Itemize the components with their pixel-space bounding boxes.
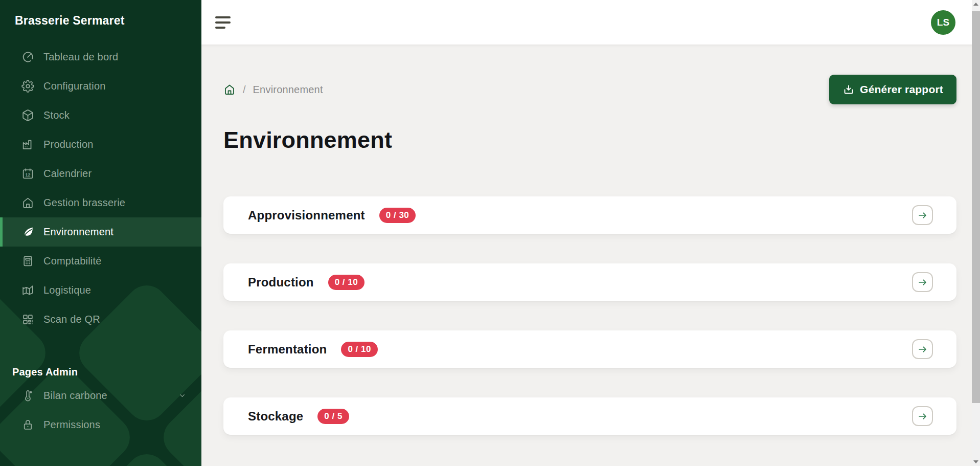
sidebar-item-calendrier[interactable]: 12 Calendrier — [0, 159, 201, 188]
arrow-right-icon — [917, 210, 928, 221]
sidebar-item-tableau-de-bord[interactable]: Tableau de bord — [0, 42, 201, 72]
arrow-right-icon — [917, 411, 928, 422]
generate-report-label: Générer rapport — [860, 83, 943, 96]
sidebar-item-scan-de-qr[interactable]: Scan de QR — [0, 305, 201, 334]
category-list: Approvisionnement 0 / 30 Production 0 / … — [223, 196, 956, 435]
topbar: LS — [201, 0, 980, 45]
breadcrumb-home-icon[interactable] — [223, 83, 236, 96]
sidebar-item-label: Environnement — [43, 226, 113, 238]
category-card-fermentation[interactable]: Fermentation 0 / 10 — [223, 330, 956, 368]
arrow-right-icon — [917, 344, 928, 355]
sidebar-item-label: Comptabilité — [43, 255, 102, 267]
avatar[interactable]: LS — [931, 10, 955, 35]
package-icon — [21, 109, 34, 122]
thermometer-icon — [21, 389, 34, 403]
sidebar-item-label: Calendrier — [43, 168, 92, 180]
menu-toggle-button[interactable] — [215, 16, 232, 29]
scrollbar-down-arrow[interactable] — [972, 458, 980, 466]
brand-title: Brasserie Sermaret — [0, 0, 201, 28]
progress-badge: 0 / 5 — [317, 409, 349, 424]
calendar-icon: 12 — [21, 167, 34, 181]
open-category-button[interactable] — [912, 339, 933, 359]
sidebar-item-label: Bilan carbone — [43, 390, 107, 402]
sidebar-nav: Tableau de bord Configuration Stock Prod… — [0, 42, 201, 334]
arrow-right-icon — [917, 277, 928, 288]
sidebar-item-label: Scan de QR — [43, 314, 100, 325]
leaf-icon — [21, 226, 34, 239]
breadcrumb-current: Environnement — [253, 84, 323, 96]
sidebar-section-pages-admin: Pages Admin — [12, 366, 201, 378]
sidebar-item-permissions[interactable]: Permissions — [0, 410, 201, 439]
category-card-stockage[interactable]: Stockage 0 / 5 — [223, 397, 956, 435]
hamburger-icon — [215, 16, 231, 18]
open-category-button[interactable] — [912, 406, 933, 426]
sidebar-item-stock[interactable]: Stock — [0, 101, 201, 130]
page-content: / Environnement Générer rapport Environn… — [201, 45, 980, 435]
open-category-button[interactable] — [912, 205, 933, 225]
breadcrumb-separator: / — [243, 84, 246, 96]
scrollbar-up-arrow[interactable] — [972, 0, 980, 8]
sidebar-item-configuration[interactable]: Configuration — [0, 72, 201, 101]
sidebar-item-label: Logistique — [43, 284, 91, 296]
vertical-scrollbar[interactable] — [972, 0, 980, 466]
sidebar: Brasserie Sermaret Tableau de bord Confi… — [0, 0, 201, 466]
calculator-icon — [21, 255, 34, 268]
factory-icon — [21, 138, 34, 151]
gear-icon — [21, 80, 34, 93]
category-card-approvisionnement[interactable]: Approvisionnement 0 / 30 — [223, 196, 956, 234]
lock-icon — [21, 418, 34, 432]
svg-text:12: 12 — [25, 172, 30, 177]
category-name: Fermentation — [248, 342, 327, 357]
scrollbar-thumb[interactable] — [972, 11, 980, 403]
sidebar-item-label: Tableau de bord — [43, 51, 118, 63]
main-area: LS / Environnement Générer rapport Envir… — [201, 0, 980, 466]
sidebar-item-logistique[interactable]: Logistique — [0, 276, 201, 305]
sidebar-item-label: Gestion brasserie — [43, 197, 125, 209]
chevron-down-icon[interactable] — [178, 392, 186, 400]
sidebar-item-production[interactable]: Production — [0, 130, 201, 159]
sidebar-admin-nav: Bilan carbone Permissions — [0, 381, 201, 439]
sidebar-item-environnement[interactable]: Environnement — [0, 217, 201, 247]
map-icon — [21, 284, 34, 297]
sidebar-item-bilan-carbone[interactable]: Bilan carbone — [0, 381, 201, 410]
open-category-button[interactable] — [912, 272, 933, 292]
generate-report-button[interactable]: Générer rapport — [829, 75, 956, 104]
download-icon — [842, 83, 855, 96]
home-icon — [21, 196, 34, 210]
category-name: Stockage — [248, 409, 303, 424]
category-name: Production — [248, 275, 314, 290]
sidebar-item-label: Configuration — [43, 80, 106, 92]
sidebar-item-gestion-brasserie[interactable]: Gestion brasserie — [0, 188, 201, 217]
category-card-production[interactable]: Production 0 / 10 — [223, 263, 956, 301]
qr-icon — [21, 313, 34, 326]
sidebar-item-label: Production — [43, 139, 94, 150]
progress-badge: 0 / 30 — [379, 208, 416, 223]
progress-badge: 0 / 10 — [341, 342, 378, 357]
page-title: Environnement — [223, 127, 956, 153]
category-name: Approvisionnement — [248, 208, 365, 223]
breadcrumb: / Environnement — [223, 83, 323, 96]
progress-badge: 0 / 10 — [328, 275, 365, 290]
sidebar-item-label: Stock — [43, 109, 70, 121]
sidebar-item-label: Permissions — [43, 419, 100, 431]
gauge-icon — [21, 51, 34, 64]
sidebar-item-comptabilite[interactable]: Comptabilité — [0, 247, 201, 276]
